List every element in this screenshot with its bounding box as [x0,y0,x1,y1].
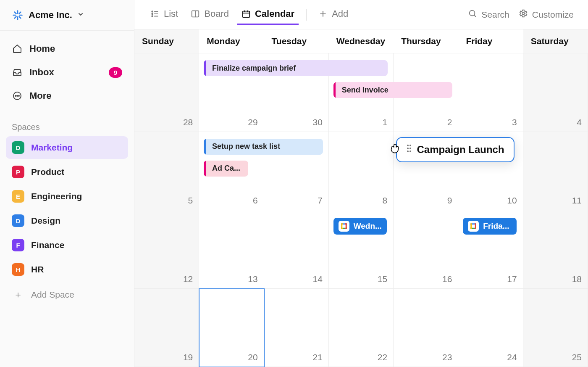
svg-point-3 [18,95,19,96]
search-button[interactable]: Search [465,5,512,24]
calendar-cell[interactable]: 25 [523,289,588,367]
day-number: 9 [447,195,452,206]
nav-more-label: More [29,90,52,101]
view-board-label: Board [204,8,229,19]
view-list[interactable]: List [146,4,182,25]
nav-section: Home Inbox 9 More [0,31,134,111]
calendar-cell[interactable]: 20 [199,289,264,367]
event-invoice[interactable]: Send Invoice [333,82,453,98]
chevron-down-icon [77,11,84,19]
event-adca[interactable]: Ad Ca... [204,161,248,177]
calendar-cell[interactable]: 19 [134,289,199,367]
event-label: Frida... [483,222,509,231]
nav-more[interactable]: More [6,85,128,106]
calendar-cell[interactable]: 28 [134,53,199,132]
workspace-switcher[interactable]: Acme Inc. [0,0,134,31]
space-avatar: D [12,141,24,154]
calendar-header: SundayMondayTuesdayWednesdayThursdayFrid… [134,29,588,53]
event-label: Setup new task list [212,142,280,151]
svg-point-2 [17,95,18,96]
day-number: 7 [318,195,323,206]
space-item-design[interactable]: DDesign [6,209,128,232]
space-label: Design [31,216,60,226]
add-space-button[interactable]: ＋ Add Space [6,283,128,306]
day-number: 2 [447,117,452,127]
space-item-marketing[interactable]: DMarketing [6,136,128,159]
nav-home-label: Home [29,43,55,54]
day-number: 23 [442,352,452,362]
space-item-product[interactable]: PProduct [6,161,128,183]
plus-icon [318,9,328,18]
day-number: 28 [183,117,193,127]
board-icon [191,9,200,18]
calendar-cell[interactable]: 14 [264,210,329,289]
day-number: 25 [572,352,582,362]
calendar-cell[interactable]: 16 [394,210,458,289]
space-item-hr[interactable]: HHR [6,258,128,281]
day-number: 30 [312,117,322,127]
svg-rect-38 [472,224,475,228]
nav-home[interactable]: Home [6,38,128,59]
event-label: Finalize campaign brief [212,64,296,73]
grab-cursor-icon [388,141,402,158]
calendar-cell[interactable]: 5 [134,132,199,211]
space-label: HR [31,264,44,275]
svg-point-21 [407,145,409,146]
sidebar: Acme Inc. Home Inbox 9 [0,0,134,367]
event-accent-bar [204,161,206,177]
svg-point-24 [410,148,411,149]
event-setup[interactable]: Setup new task list [204,139,323,155]
calendar-body: 2829301234567891011121314151617181920212… [134,53,588,367]
calendar-cell[interactable]: 24 [458,289,523,367]
calendar-cell[interactable]: 13 [199,210,264,289]
add-view-button[interactable]: Add [314,4,352,25]
calendar-cell[interactable]: 22 [329,289,394,367]
workspace-name: Acme Inc. [29,10,72,21]
calendar-cell[interactable]: 23 [394,289,458,367]
calendar-cell[interactable]: 11 [523,132,588,211]
space-label: Engineering [31,191,82,201]
add-view-label: Add [332,8,348,19]
event-drag-campaign-launch[interactable]: Campaign Launch [396,137,514,162]
customize-button[interactable]: Customize [516,5,576,24]
space-avatar: H [12,263,24,276]
svg-point-4 [152,11,153,12]
view-calendar[interactable]: Calendar [237,4,299,25]
space-label: Finance [31,240,64,250]
inbox-icon [12,67,23,78]
day-number: 14 [312,274,322,284]
calendar-cell[interactable]: 4 [523,53,588,132]
calendar-view: SundayMondayTuesdayWednesdayThursdayFrid… [134,29,588,367]
calendar-cell[interactable]: 18 [523,210,588,289]
toolbar-divider [306,9,307,21]
event-finalize[interactable]: Finalize campaign brief [204,60,388,76]
day-number: 19 [183,352,193,362]
svg-point-25 [407,150,409,152]
day-number: 5 [188,195,193,206]
day-header: Wednesday [329,29,394,53]
calendar-cell[interactable]: 21 [264,289,329,367]
space-item-finance[interactable]: FFinance [6,234,128,256]
event-gc_wed[interactable]: Wedn... [333,218,387,235]
day-number: 21 [312,352,322,362]
nav-inbox-label: Inbox [29,67,54,78]
day-number: 20 [248,352,257,362]
calendar-cell[interactable]: 8 [329,132,394,211]
day-number: 15 [378,274,387,284]
space-item-engineering[interactable]: EEngineering [6,185,128,208]
calendar-cell[interactable]: 3 [458,53,523,132]
calendar-cell[interactable]: 12 [134,210,199,289]
event-gc_fri[interactable]: Frida... [463,218,516,235]
space-avatar: E [12,190,24,203]
day-number: 10 [507,195,517,206]
view-board[interactable]: Board [186,4,233,25]
day-header: Tuesday [264,29,329,53]
search-label: Search [481,10,509,20]
gear-icon [519,9,528,20]
svg-point-20 [522,12,525,15]
event-label: Campaign Launch [417,144,504,156]
day-number: 24 [507,352,517,362]
list-icon [150,9,160,18]
toolbar: List Board Calendar Add [134,0,588,29]
nav-inbox[interactable]: Inbox 9 [6,62,128,83]
